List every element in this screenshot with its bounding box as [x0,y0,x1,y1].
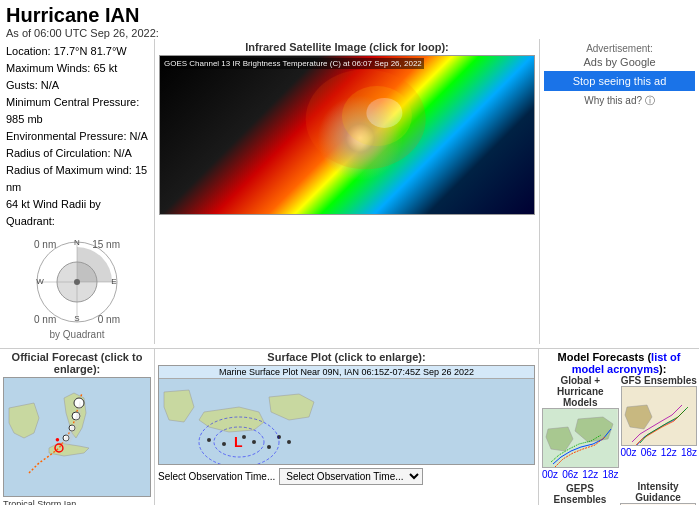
svg-point-24 [252,440,256,444]
svg-point-21 [207,438,211,442]
forecast-panel: Official Forecast (click to enlarge): ● [0,349,155,505]
gfs-12z[interactable]: 12z [661,447,677,458]
global-models-label: Global + Hurricane Models [542,375,619,408]
radii-se: 0 nm [98,314,120,325]
ad-panel: Advertisement: Ads by Google Stop seeing… [539,39,699,344]
gfs-06z[interactable]: 06z [641,447,657,458]
intensity-label: Intensity Guidance [620,481,696,503]
surface-subtitle: Marine Surface Plot Near 09N, IAN 06:15Z… [159,366,534,379]
gfs-svg [622,387,697,445]
radii-sw: 0 nm [34,314,56,325]
gfs-model-links: 00z 06z 12z 18z [621,447,698,458]
svg-text:E: E [111,277,116,286]
geps-label: GEPS Ensembles [542,483,618,505]
forecast-footer: Tropical Storm Ian Wednesday September 2… [3,499,151,505]
svg-point-22 [222,442,226,446]
max-winds-info: Maximum Winds: 65 kt Gusts: N/A [6,60,148,94]
forecast-title[interactable]: Official Forecast (click to enlarge): [3,351,151,375]
svg-text:S: S [74,314,79,323]
forecast-map[interactable]: ● [3,377,151,497]
geps-intensity-grid: GEPS Ensembles Intensity Guidance [542,481,696,505]
global-06z[interactable]: 06z [562,469,578,480]
model-grid: Global + Hurricane Models 00z 06z [542,375,696,481]
svg-point-25 [267,445,271,449]
rom-info: Radius of Maximum wind: 15 nm [6,162,148,196]
svg-point-27 [287,440,291,444]
surface-panel: Surface Plot (click to enlarge): Marine … [155,349,539,505]
observation-time-dropdown[interactable]: Select Observation Time... [279,468,423,485]
by-quadrant-label: by Quadrant [49,329,104,340]
svg-point-26 [277,435,281,439]
global-12z[interactable]: 12z [582,469,598,480]
satellite-overlay [160,56,534,214]
wind-radii-diagram: N E S W 0 nm 15 nm 0 nm 0 nm by Quadrant [6,237,148,340]
roc-info: Radius of Circulation: N/A [6,145,148,162]
surface-title[interactable]: Surface Plot (click to enlarge): [158,351,535,363]
ad-label: Advertisement: [544,43,695,54]
gfs-ensembles-col: GFS Ensembles 00z 06z 12z [621,375,698,481]
forecast-svg: ● [4,378,150,496]
env-pressure-info: Environmental Pressure: N/A [6,128,148,145]
gfs-18z[interactable]: 18z [681,447,697,458]
satellite-image[interactable]: GOES Channel 13 IR Brightness Temperatur… [159,55,535,215]
svg-text:●: ● [55,435,60,444]
model-panel: Model Forecasts (list of model acronyms)… [539,349,699,505]
gfs-ensembles-map[interactable] [621,386,698,446]
min-pressure-info: Minimum Central Pressure: 985 mb [6,94,148,128]
global-18z[interactable]: 18z [602,469,618,480]
ads-by-google: Ads by Google [544,56,695,68]
global-models-col: Global + Hurricane Models 00z 06z [542,375,619,481]
svg-text:L: L [234,434,243,450]
svg-text:W: W [36,277,44,286]
geps-section: GEPS Ensembles [542,483,618,505]
global-models-map[interactable] [542,408,619,468]
gfs-00z[interactable]: 00z [621,447,637,458]
model-title: Model Forecasts (list of model acronyms)… [542,351,696,375]
select-observation-label: Select Observation Time... [158,471,275,482]
svg-point-11 [366,98,402,128]
page-title: Hurricane IAN [0,0,699,27]
global-00z[interactable]: 00z [542,469,558,480]
global-svg [543,409,618,467]
location-info: Location: 17.7°N 81.7°W [6,43,148,60]
stop-seeing-ad-button[interactable]: Stop seeing this ad [544,71,695,91]
surface-time-controls: Select Observation Time... Select Observ… [158,468,535,485]
timestamp: As of 06:00 UTC Sep 26, 2022: [0,27,699,39]
gfs-ensembles-label: GFS Ensembles [621,375,698,386]
info-panel: Location: 17.7°N 81.7°W Maximum Winds: 6… [0,39,155,344]
radii-nw: 0 nm [34,239,56,250]
svg-text:N: N [74,238,80,247]
global-model-links: 00z 06z 12z 18z [542,469,619,480]
model-title-text: Model Forecasts [558,351,645,363]
intensity-section: Intensity Guidance [620,481,696,505]
satellite-title[interactable]: Infrared Satellite Image (click for loop… [159,41,535,53]
surface-svg: L [159,382,534,465]
satellite-panel: Infrared Satellite Image (click for loop… [155,39,539,344]
storm-name: Tropical Storm Ian [3,499,151,505]
wind-radii-label: 64 kt Wind Radii by Quadrant: [6,196,148,230]
radii-circle: N E S W 0 nm 15 nm 0 nm 0 nm [32,237,122,327]
surface-map[interactable]: Marine Surface Plot Near 09N, IAN 06:15Z… [158,365,535,465]
why-ad-link[interactable]: Why this ad? ⓘ [544,94,695,108]
svg-point-23 [242,435,246,439]
svg-point-4 [74,279,80,285]
radii-ne: 15 nm [92,239,120,250]
